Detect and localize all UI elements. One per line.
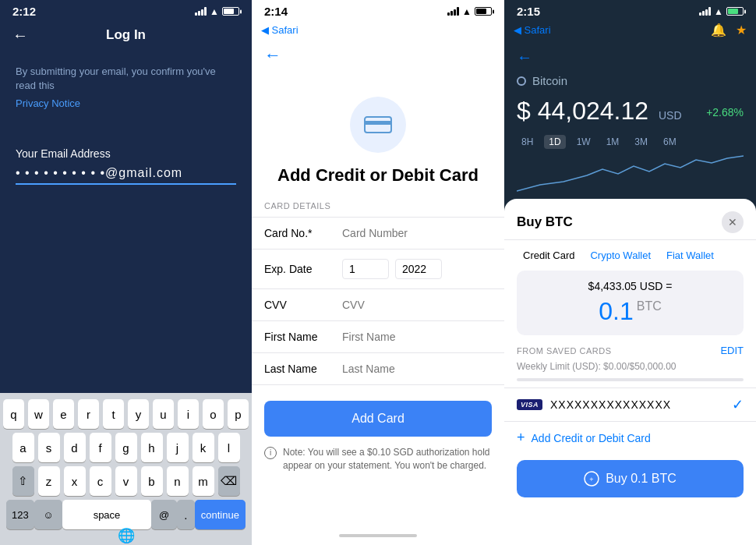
buy-button[interactable]: + Buy 0.1 BTC <box>517 460 744 497</box>
key-y[interactable]: y <box>128 399 149 429</box>
edit-button[interactable]: EDIT <box>720 345 744 356</box>
globe-icon[interactable]: 🌐 <box>109 521 143 545</box>
key-shift[interactable]: ⇧ <box>12 466 34 496</box>
key-s[interactable]: s <box>38 433 60 462</box>
privacy-link[interactable]: Privacy Notice <box>16 97 80 109</box>
key-c[interactable]: c <box>90 466 111 496</box>
saved-card-row[interactable]: VISA XXXXXXXXXXXXXXX ✓ <box>504 388 756 421</box>
btc-price: $ 44,024.12 USD +2.68% <box>517 97 682 125</box>
key-n[interactable]: n <box>167 466 189 496</box>
key-d[interactable]: d <box>64 433 86 462</box>
key-j[interactable]: j <box>167 433 189 462</box>
key-x[interactable]: x <box>64 466 86 496</box>
crypto-safari-left: ◀ Safari <box>514 24 551 36</box>
key-e[interactable]: e <box>53 399 74 429</box>
key-g[interactable]: g <box>115 433 137 462</box>
payment-tab-credit[interactable]: Credit Card <box>517 246 581 264</box>
card-form: Card No.* Exp. Date CVV First Name Last … <box>252 217 504 385</box>
crypto-safari-label[interactable]: ◀ Safari <box>514 24 551 36</box>
card-section-label: CARD DETAILS <box>252 201 504 217</box>
chart-tab-1m[interactable]: 1M <box>602 135 624 149</box>
close-button[interactable]: ✕ <box>722 211 744 233</box>
key-p[interactable]: p <box>228 399 249 429</box>
bell-icon[interactable]: 🔔 <box>711 23 726 37</box>
chart-tab-3m[interactable]: 3M <box>630 135 652 149</box>
key-q[interactable]: q <box>3 399 24 429</box>
status-bar-3: 2:15 ▲ <box>504 0 756 21</box>
star-icon[interactable]: ★ <box>736 23 747 37</box>
exp-month-input[interactable] <box>342 259 389 279</box>
key-o[interactable]: o <box>203 399 224 429</box>
key-z[interactable]: z <box>38 466 60 496</box>
chart-area <box>504 152 756 199</box>
chart-tab-6m[interactable]: 6M <box>659 135 681 149</box>
buy-sheet: Buy BTC ✕ Credit Card Crypto Wallet Fiat… <box>504 199 756 545</box>
login-title: Log In <box>106 27 146 43</box>
card-icon-circle <box>350 97 406 153</box>
cvv-input[interactable] <box>342 299 492 311</box>
add-card-link[interactable]: + Add Credit or Debit Card <box>504 421 756 454</box>
email-input[interactable]: • • • • • • • • • •@gmail.com <box>16 166 236 185</box>
key-emoji[interactable]: ☺ <box>34 500 62 529</box>
last-name-row: Last Name <box>252 353 504 385</box>
first-name-input[interactable] <box>342 331 492 343</box>
safari-label-2[interactable]: ◀ Safari <box>261 24 299 36</box>
signal-icon-2 <box>447 7 459 16</box>
key-l[interactable]: l <box>218 433 240 462</box>
keyboard-row-2: a s d f g h j k l <box>3 433 249 462</box>
key-continue[interactable]: continue <box>195 500 246 529</box>
key-dot[interactable]: . <box>177 500 195 529</box>
login-notice: By submitting your email, you confirm yo… <box>16 65 236 93</box>
keyboard-row-3: ⇧ z x c v b n m ⌫ <box>3 466 249 496</box>
key-i[interactable]: i <box>178 399 199 429</box>
crypto-back-button[interactable]: ← <box>517 48 532 66</box>
card-no-input[interactable] <box>342 227 492 239</box>
key-k[interactable]: k <box>193 433 214 462</box>
status-bar-1: 2:12 ▲ <box>0 0 252 21</box>
crypto-nav-icons: 🔔 ★ <box>711 23 747 37</box>
visa-logo: VISA <box>517 399 542 410</box>
chart-tab-8h[interactable]: 8H <box>517 135 538 149</box>
amount-display: $4,433.05 USD = 0.1BTC <box>517 271 744 335</box>
key-a[interactable]: a <box>12 433 34 462</box>
buy-icon: + <box>584 471 599 487</box>
email-label: Your Email Address <box>16 147 236 160</box>
status-icons-2: ▲ <box>447 6 492 17</box>
key-b[interactable]: b <box>141 466 163 496</box>
key-v[interactable]: v <box>115 466 137 496</box>
last-name-input[interactable] <box>342 363 492 375</box>
card-note-text: Note: You will see a $0.10 SGD authoriza… <box>283 446 492 472</box>
btc-label: Bitcoin <box>532 74 567 87</box>
status-icons-1: ▲ <box>195 6 239 17</box>
payment-tab-crypto[interactable]: Crypto Wallet <box>584 246 657 264</box>
btc-amount: 0.1BTC <box>529 297 731 326</box>
payment-tab-fiat[interactable]: Fiat Wallet <box>660 246 720 264</box>
key-u[interactable]: u <box>153 399 174 429</box>
exp-label: Exp. Date <box>264 263 342 275</box>
add-card-panel: 2:14 ▲ ◀ Safari ← Add Credit or Debit Ca… <box>252 0 504 545</box>
crypto-panel: 2:15 ▲ ◀ Safari 🔔 ★ ← Bitcoin $ 44,024.1… <box>504 0 756 545</box>
add-card-button[interactable]: Add Card <box>264 401 492 437</box>
exp-year-input[interactable] <box>395 259 442 279</box>
home-indicator-2 <box>252 526 504 545</box>
back-button[interactable]: ← <box>12 27 28 44</box>
chart-tab-1d[interactable]: 1D <box>544 135 565 149</box>
card-form-area: Add Credit or Debit Card CARD DETAILS Ca… <box>252 72 504 526</box>
key-t[interactable]: t <box>103 399 124 429</box>
key-at[interactable]: @ <box>151 500 177 529</box>
key-123[interactable]: 123 <box>6 500 34 529</box>
wifi-icon-3: ▲ <box>714 6 723 17</box>
key-r[interactable]: r <box>78 399 99 429</box>
chart-tab-1w[interactable]: 1W <box>572 135 595 149</box>
key-f[interactable]: f <box>90 433 111 462</box>
plus-icon: + <box>517 430 525 446</box>
key-delete[interactable]: ⌫ <box>218 466 240 496</box>
key-w[interactable]: w <box>28 399 49 429</box>
key-h[interactable]: h <box>141 433 163 462</box>
time-1: 2:12 <box>12 5 36 18</box>
saved-cards-header: FROM SAVED CARDS EDIT <box>504 335 756 359</box>
check-icon: ✓ <box>732 396 744 413</box>
key-m[interactable]: m <box>193 466 214 496</box>
card-no-row: Card No.* <box>252 218 504 249</box>
card-back-button[interactable]: ← <box>264 45 281 65</box>
